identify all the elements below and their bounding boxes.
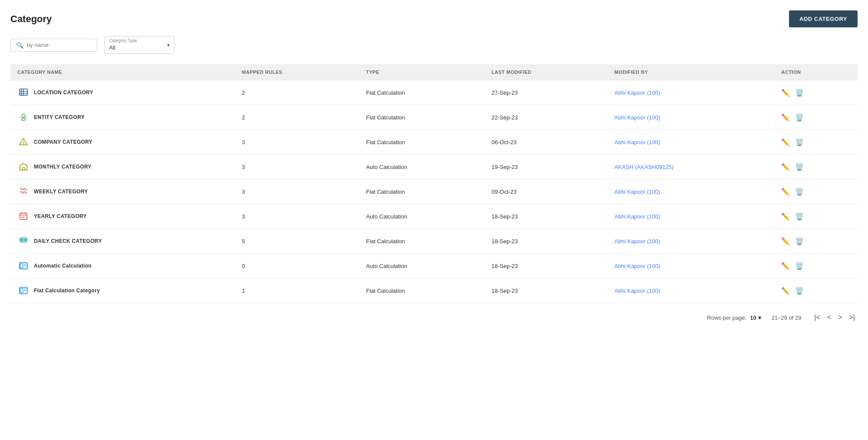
pagination-range: 21–29 of 29 xyxy=(772,314,802,321)
cell-category-name-6: DAILY CHECK CATEGORY xyxy=(10,229,235,254)
cell-mapped-rules-3: 3 xyxy=(235,155,359,179)
category-name-cell-0: LOCATION CATEGORY xyxy=(17,86,228,99)
table-row: MONTHLY CATEGORY 3 Auto Calculation 19-S… xyxy=(10,155,858,179)
cell-last-modified-6: 18-Sep-23 xyxy=(484,229,607,254)
category-name-cell-8: Flat Calculation Category xyxy=(17,285,228,297)
modified-by-link-6[interactable]: Abhi Kapoor (100) xyxy=(615,238,661,245)
modified-by-link-7[interactable]: Abhi Kapoor (100) xyxy=(615,263,661,269)
category-name-cell-7: Automatic Calculation xyxy=(17,260,228,272)
category-icon-6 xyxy=(17,235,30,247)
cell-action-2: ✏️ 🗑️ xyxy=(774,130,858,155)
category-icon-3 xyxy=(17,161,30,173)
delete-icon-1[interactable]: 🗑️ xyxy=(795,113,804,122)
category-name-text-6: DAILY CHECK CATEGORY xyxy=(34,238,102,244)
edit-icon-7[interactable]: ✏️ xyxy=(781,262,790,270)
search-input[interactable] xyxy=(27,42,92,48)
page-container: Category ADD CATEGORY 🔍 Category Type Al… xyxy=(0,0,868,440)
search-icon: 🔍 xyxy=(16,42,23,49)
category-table: CATEGORY NAME MAPPED RULES TYPE LAST MOD… xyxy=(10,64,858,303)
cell-action-6: ✏️ 🗑️ xyxy=(774,229,858,254)
edit-icon-3[interactable]: ✏️ xyxy=(781,163,790,171)
category-name-text-3: MONTHLY CATEGORY xyxy=(34,164,92,170)
table-row: Automatic Calculation 0 Auto Calculation… xyxy=(10,254,858,278)
rows-per-page-label: Rows per page: xyxy=(707,314,746,321)
cell-modified-by-4: Abhi Kapoor (100) xyxy=(608,179,775,204)
category-name-cell-4: WEEKLY CATEGORY xyxy=(17,185,228,198)
delete-icon-0[interactable]: 🗑️ xyxy=(795,89,804,97)
cell-last-modified-0: 27-Sep-23 xyxy=(484,80,607,105)
action-cell-8: ✏️ 🗑️ xyxy=(781,287,851,295)
modified-by-link-8[interactable]: Abhi Kapoor (100) xyxy=(615,288,661,294)
first-page-button[interactable]: |< xyxy=(812,312,823,323)
delete-icon-5[interactable]: 🗑️ xyxy=(795,212,804,221)
table-row: DAILY CHECK CATEGORY 5 Flat Calculation … xyxy=(10,229,858,254)
cell-modified-by-6: Abhi Kapoor (100) xyxy=(608,229,775,254)
delete-icon-6[interactable]: 🗑️ xyxy=(795,237,804,245)
cell-modified-by-5: Abhi Kapoor (100) xyxy=(608,204,775,229)
cell-category-name-1: ENTITY CATEGORY xyxy=(10,105,235,130)
edit-icon-4[interactable]: ✏️ xyxy=(781,188,790,196)
edit-icon-5[interactable]: ✏️ xyxy=(781,212,790,221)
cell-modified-by-1: Abhi Kapoor (100) xyxy=(608,105,775,130)
cell-action-3: ✏️ 🗑️ xyxy=(774,155,858,179)
category-icon-4 xyxy=(17,185,30,198)
table-row: YR YEARLY CATEGORY 3 Auto Calculation 18… xyxy=(10,204,858,229)
delete-icon-7[interactable]: 🗑️ xyxy=(795,262,804,270)
cell-last-modified-1: 22-Sep-23 xyxy=(484,105,607,130)
edit-icon-1[interactable]: ✏️ xyxy=(781,113,790,122)
category-name-text-0: LOCATION CATEGORY xyxy=(34,89,93,96)
modified-by-link-3[interactable]: AKASH (AKASH09125) xyxy=(615,164,674,170)
col-type: TYPE xyxy=(359,64,484,80)
delete-icon-4[interactable]: 🗑️ xyxy=(795,188,804,196)
table-row: LOCATION CATEGORY 2 Flat Calculation 27-… xyxy=(10,80,858,105)
cell-type-3: Auto Calculation xyxy=(359,155,484,179)
delete-icon-3[interactable]: 🗑️ xyxy=(795,163,804,171)
category-icon-1 xyxy=(17,111,30,123)
delete-icon-8[interactable]: 🗑️ xyxy=(795,287,804,295)
prev-page-button[interactable]: < xyxy=(825,312,834,323)
cell-mapped-rules-2: 3 xyxy=(235,130,359,155)
cell-action-1: ✏️ 🗑️ xyxy=(774,105,858,130)
cell-mapped-rules-8: 1 xyxy=(235,278,359,303)
footer-row: Rows per page: 10 ▾ 21–29 of 29 |< < > >… xyxy=(10,303,858,330)
modified-by-link-2[interactable]: Abhi Kapoor (100) xyxy=(615,139,661,146)
edit-icon-6[interactable]: ✏️ xyxy=(781,237,790,245)
action-cell-7: ✏️ 🗑️ xyxy=(781,262,851,270)
col-action: ACTION xyxy=(774,64,858,80)
category-name-cell-1: ENTITY CATEGORY xyxy=(17,111,228,123)
modified-by-link-5[interactable]: Abhi Kapoor (100) xyxy=(615,213,661,220)
cell-modified-by-2: Abhi Kapoor (100) xyxy=(608,130,775,155)
cell-last-modified-7: 18-Sep-23 xyxy=(484,254,607,278)
cell-mapped-rules-4: 3 xyxy=(235,179,359,204)
edit-icon-8[interactable]: ✏️ xyxy=(781,287,790,295)
edit-icon-2[interactable]: ✏️ xyxy=(781,138,790,146)
cell-last-modified-8: 18-Sep-23 xyxy=(484,278,607,303)
last-page-button[interactable]: >| xyxy=(847,312,858,323)
rows-chevron-icon: ▾ xyxy=(758,314,761,321)
cell-category-name-5: YR YEARLY CATEGORY xyxy=(10,204,235,229)
rows-per-page-select[interactable]: 10 ▾ xyxy=(750,314,761,321)
modified-by-link-4[interactable]: Abhi Kapoor (100) xyxy=(615,189,661,195)
cell-modified-by-7: Abhi Kapoor (100) xyxy=(608,254,775,278)
edit-icon-0[interactable]: ✏️ xyxy=(781,89,790,97)
add-category-button[interactable]: ADD CATEGORY xyxy=(789,10,858,27)
table-row: WEEKLY CATEGORY 3 Flat Calculation 09-Oc… xyxy=(10,179,858,204)
cell-mapped-rules-5: 3 xyxy=(235,204,359,229)
next-page-button[interactable]: > xyxy=(835,312,845,323)
category-name-cell-6: DAILY CHECK CATEGORY xyxy=(17,235,228,247)
table-body: LOCATION CATEGORY 2 Flat Calculation 27-… xyxy=(10,80,858,303)
col-last-modified: LAST MODIFIED xyxy=(484,64,607,80)
action-cell-6: ✏️ 🗑️ xyxy=(781,237,851,245)
search-box: 🔍 xyxy=(10,39,97,52)
cell-category-name-4: WEEKLY CATEGORY xyxy=(10,179,235,204)
cell-category-name-8: Flat Calculation Category xyxy=(10,278,235,303)
cell-type-4: Flat Calculation xyxy=(359,179,484,204)
cell-action-4: ✏️ 🗑️ xyxy=(774,179,858,204)
delete-icon-2[interactable]: 🗑️ xyxy=(795,138,804,146)
header-row: Category ADD CATEGORY xyxy=(10,10,858,27)
cell-last-modified-2: 06-Oct-23 xyxy=(484,130,607,155)
cell-mapped-rules-0: 2 xyxy=(235,80,359,105)
cell-category-name-3: MONTHLY CATEGORY xyxy=(10,155,235,179)
modified-by-link-0[interactable]: Abhi Kapoor (100) xyxy=(615,89,661,96)
modified-by-link-1[interactable]: Abhi Kapoor (100) xyxy=(615,114,661,121)
